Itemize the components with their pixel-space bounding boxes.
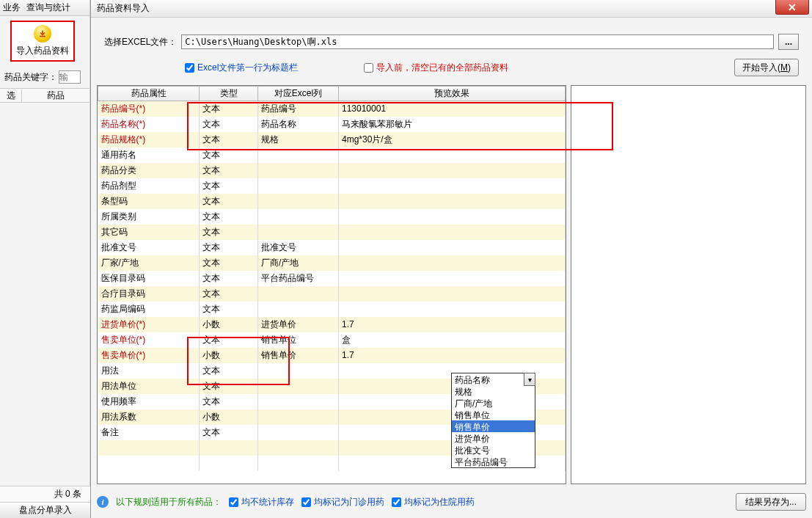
cell-excel[interactable]: 销售单位 xyxy=(258,332,339,348)
inpatient-checkbox[interactable]: 均标记为住院用药 xyxy=(392,496,475,508)
dropdown-option[interactable]: 进货单价 xyxy=(452,432,535,444)
menu-item-stats[interactable]: 查询与统计 xyxy=(26,1,70,14)
cell-type: 文本 xyxy=(200,117,258,132)
cell-attr: 其它码 xyxy=(98,225,200,240)
table-row[interactable]: 医保目录码文本平台药品编号 xyxy=(98,271,566,286)
cell-excel[interactable]: 厂商/产地 xyxy=(258,255,339,271)
top-menu[interactable]: 业务 查询与统计 xyxy=(0,0,89,16)
table-row[interactable]: 通用药名文本 xyxy=(98,147,566,163)
menu-item-business[interactable]: 业务 xyxy=(3,1,21,14)
cell-preview xyxy=(339,302,566,317)
table-row[interactable]: 药品规格(*)文本规格4mg*30片/盒 xyxy=(98,132,566,147)
cell-excel[interactable]: 批准文号 xyxy=(258,240,339,255)
cell-excel[interactable]: 进货单价 xyxy=(258,317,339,332)
cell-attr: 药品剂型 xyxy=(98,178,200,194)
cell-excel[interactable] xyxy=(258,209,339,225)
dropdown-option[interactable]: 批准文号 xyxy=(452,444,535,456)
cell-excel[interactable] xyxy=(258,425,339,440)
table-row[interactable]: 药品分类文本 xyxy=(98,163,566,178)
dropdown-arrow-button[interactable]: ▾ xyxy=(524,373,535,386)
table-row[interactable]: 药品编号(*)文本药品编号113010001 xyxy=(98,101,566,117)
inventory-entry-button[interactable]: 盘点分单录入 xyxy=(0,502,90,518)
cell-type: 文本 xyxy=(200,271,258,286)
cell-attr: 用法 xyxy=(98,363,200,379)
cell-type: 文本 xyxy=(200,147,258,163)
keyword-label: 药品关键字： xyxy=(4,71,57,84)
cell-preview xyxy=(339,225,566,240)
table-row[interactable]: 厂家/产地文本厂商/产地 xyxy=(98,255,566,271)
cell-attr: 进货单价(*) xyxy=(98,317,200,332)
cell-attr: 用法单位 xyxy=(98,379,200,394)
table-row[interactable]: 所属类别文本 xyxy=(98,209,566,225)
cell-attr: 药品分类 xyxy=(98,163,200,178)
cell-type: 文本 xyxy=(200,302,258,317)
table-row[interactable]: 批准文号文本批准文号 xyxy=(98,240,566,255)
cell-preview xyxy=(339,147,566,163)
close-icon: ✕ xyxy=(788,1,797,13)
cell-excel[interactable] xyxy=(258,178,339,194)
result-grid[interactable] xyxy=(571,85,806,484)
cell-excel[interactable] xyxy=(258,194,339,209)
cell-type: 文本 xyxy=(200,363,258,379)
cell-excel[interactable]: 销售单价 xyxy=(258,348,339,363)
import-drug-data-button[interactable]: 导入药品资料 xyxy=(10,21,75,62)
cell-excel[interactable]: 规格 xyxy=(258,132,339,147)
cell-type: 小数 xyxy=(200,409,258,425)
cell-type: 文本 xyxy=(200,209,258,225)
cell-excel[interactable] xyxy=(258,286,339,302)
cell-attr: 备注 xyxy=(98,425,200,440)
cell-excel[interactable] xyxy=(258,163,339,178)
file-path-input[interactable]: C:\Users\Huang\Desktop\啊.xls xyxy=(181,34,774,49)
table-row[interactable]: 药品名称(*)文本药品名称马来酸氯苯那敏片 xyxy=(98,117,566,132)
cell-preview xyxy=(339,286,566,302)
cell-excel[interactable] xyxy=(258,379,339,394)
info-icon: i xyxy=(97,496,109,508)
table-row[interactable]: 合疗目录码文本 xyxy=(98,286,566,302)
cell-type: 文本 xyxy=(200,132,258,147)
save-result-button[interactable]: 结果另存为... xyxy=(736,493,806,511)
keyword-input[interactable] xyxy=(59,70,81,84)
table-row[interactable]: 进货单价(*)小数进货单价1.7 xyxy=(98,317,566,332)
browse-button[interactable]: ... xyxy=(778,34,799,50)
cell-excel[interactable] xyxy=(258,147,339,163)
cell-excel[interactable] xyxy=(258,394,339,409)
dropdown-option[interactable]: 规格 xyxy=(452,385,535,397)
table-row[interactable]: 其它码文本 xyxy=(98,225,566,240)
outpatient-checkbox[interactable]: 均标记为门诊用药 xyxy=(301,496,384,508)
cell-preview: 113010001 xyxy=(339,101,566,117)
no-inventory-checkbox[interactable]: 均不统计库存 xyxy=(229,496,294,508)
table-row[interactable]: 药监局编码文本 xyxy=(98,302,566,317)
header-row-checkbox[interactable]: Excel文件第一行为标题栏 xyxy=(185,62,298,74)
cell-excel[interactable]: 平台药品编号 xyxy=(258,271,339,286)
start-import-button[interactable]: 开始导入(M) xyxy=(734,59,799,76)
table-row[interactable]: 售卖单价(*)小数销售单价1.7 xyxy=(98,348,566,363)
clear-existing-checkbox[interactable]: 导入前，清空已有的全部药品资料 xyxy=(364,62,508,74)
cell-excel[interactable]: 药品名称 xyxy=(258,117,339,132)
cell-attr: 条型码 xyxy=(98,194,200,209)
table-row[interactable]: 药品剂型文本 xyxy=(98,178,566,194)
cell-excel[interactable] xyxy=(258,225,339,240)
cell-excel[interactable] xyxy=(258,302,339,317)
dropdown-option[interactable]: 平台药品编号 xyxy=(452,456,535,467)
table-row[interactable]: 售卖单位(*)文本销售单位盒 xyxy=(98,332,566,348)
th-type: 类型 xyxy=(200,87,258,101)
cell-excel[interactable] xyxy=(258,363,339,379)
rules-label: 以下规则适用于所有药品： xyxy=(116,496,222,508)
cell-excel[interactable] xyxy=(258,409,339,425)
cell-preview: 马来酸氯苯那敏片 xyxy=(339,117,566,132)
close-button[interactable]: ✕ xyxy=(775,0,809,15)
cell-excel[interactable]: 药品编号 xyxy=(258,101,339,117)
dropdown-option[interactable]: 销售单位 xyxy=(452,409,535,420)
th-attr: 药品属性 xyxy=(98,87,200,101)
cell-attr: 所属类别 xyxy=(98,209,200,225)
col-drug: 药品 xyxy=(22,90,89,102)
import-icon xyxy=(34,25,51,43)
excel-column-dropdown[interactable]: 药品名称规格厂商/产地销售单位销售单价进货单价批准文号平台药品编号 xyxy=(451,373,535,468)
cell-type: 文本 xyxy=(200,240,258,255)
table-row[interactable]: 条型码文本 xyxy=(98,194,566,209)
dropdown-option[interactable]: 厂商/产地 xyxy=(452,397,535,409)
cell-type: 文本 xyxy=(200,425,258,440)
dropdown-option[interactable]: 销售单价 xyxy=(452,420,535,432)
cell-type: 文本 xyxy=(200,163,258,178)
dropdown-option[interactable]: 药品名称 xyxy=(452,373,535,385)
